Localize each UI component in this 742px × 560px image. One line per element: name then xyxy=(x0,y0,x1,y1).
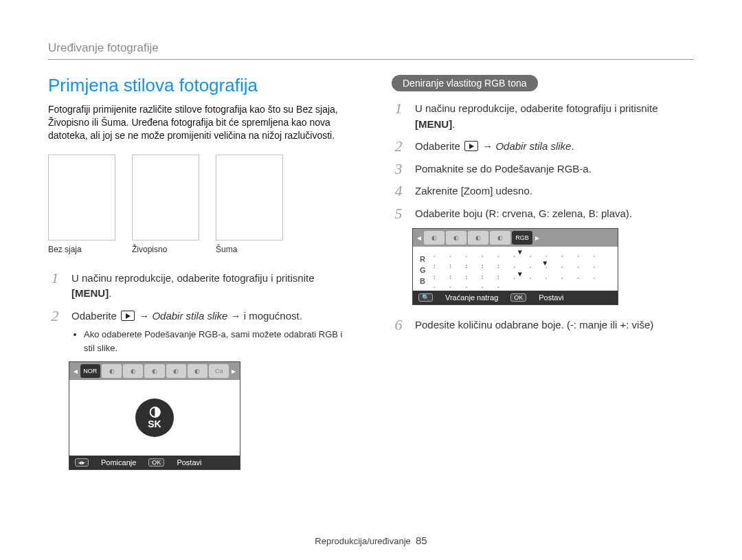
right-column: Deniranje vlastitog RGB tona 1 U načinu … xyxy=(392,75,694,470)
rgb-sliders: R . . . . . . . . . . . . . . . .▼ G . .… xyxy=(413,247,618,291)
section-title: Primjena stilova fotografija xyxy=(48,75,350,96)
step-text: U načinu reprodukcije, odaberite fotogra… xyxy=(71,272,315,284)
step-2: 2 Odaberite → Odabir stila slike. xyxy=(392,139,694,155)
step-text: Odaberite boju (R: crvena, G: zelena, B:… xyxy=(415,206,694,222)
style-chip: ◐ xyxy=(468,231,488,245)
breadcrumb: Uređivanje fotografije xyxy=(48,41,694,60)
step-text: Zakrenite [Zoom] udesno. xyxy=(415,183,694,199)
step-number: 1 xyxy=(48,271,62,286)
step-text: . xyxy=(109,287,111,299)
step-6: 6 Podesite količinu odabrane boje. (-: m… xyxy=(392,317,694,333)
thumb-label: Bez sjaja xyxy=(48,245,115,254)
step-text: Odaberite xyxy=(71,310,120,322)
step-2: 2 Odaberite → Odabir stila slike → i mog… xyxy=(48,309,350,355)
rgb-cursor: ▼ xyxy=(518,270,526,278)
thumb-label: Živopisno xyxy=(132,245,199,254)
arrows-key: ◂▸ xyxy=(75,458,89,467)
step-text: . xyxy=(571,140,574,152)
rgb-strip: ◂ ◐ ◐ ◐ ◐ RGB ▸ xyxy=(413,229,618,247)
next-icon: ▸ xyxy=(230,366,237,376)
footer-label: Postavi xyxy=(177,458,201,467)
step-bullet: Ako odaberete Podešavanje RGB-a, sami mo… xyxy=(84,328,350,355)
step-5: 5 Odaberite boju (R: crvena, G: zelena, … xyxy=(392,206,694,222)
ok-key: OK xyxy=(148,458,164,467)
ui-footer: 🔍 Vraćanje natrag OK Postavi xyxy=(413,291,618,304)
thumb-label: Šuma xyxy=(216,245,283,254)
style-chip: ◐ xyxy=(424,231,445,245)
step-text: Odaberite xyxy=(415,140,463,152)
style-chip: NOR xyxy=(80,364,100,378)
style-chip: ◐ xyxy=(188,364,207,378)
palette-badge: SK xyxy=(135,399,174,437)
step-1: 1 U načinu reprodukcije, odaberite fotog… xyxy=(392,101,694,132)
page-footer: Reprodukcija/uređivanje 85 xyxy=(0,535,742,546)
step-text: → i mogućnost. xyxy=(231,310,302,322)
thumb-labels: Bez sjaja Živopisno Šuma xyxy=(48,245,350,254)
step-3: 3 Pomaknite se do Podešavanje RGB-a. xyxy=(392,161,694,177)
step-text: U načinu reprodukcije, odaberite fotogra… xyxy=(415,102,658,114)
step-text: → xyxy=(139,310,152,322)
footer-section: Reprodukcija/uređivanje xyxy=(315,536,410,546)
footer-label: Vraćanje natrag xyxy=(445,293,498,302)
step-1: 1 U načinu reprodukcije, odaberite fotog… xyxy=(48,271,350,302)
page-number: 85 xyxy=(416,535,427,546)
playback-icon xyxy=(464,141,478,151)
step-number: 2 xyxy=(48,309,62,324)
footer-label: Postavi xyxy=(539,293,563,302)
style-chip: Co xyxy=(209,364,229,378)
style-chip: ◐ xyxy=(144,364,164,378)
step-number: 6 xyxy=(392,317,405,333)
step-text: . xyxy=(452,118,455,130)
thumb-soft xyxy=(48,155,115,240)
style-ui-panel: ◂ NOR ◐ ◐ ◐ ◐ ◐ Co ▸ SK ◂▸ Pom xyxy=(69,361,240,470)
zoom-key: 🔍 xyxy=(418,293,433,302)
style-preview: SK xyxy=(69,380,240,456)
step-text: → xyxy=(482,140,495,152)
style-strip: ◂ NOR ◐ ◐ ◐ ◐ ◐ Co ▸ xyxy=(69,362,240,380)
intro-paragraph: Fotografiji primijenite različite stilov… xyxy=(48,103,350,142)
left-column: Primjena stilova fotografija Fotografiji… xyxy=(48,75,350,470)
menu-key: [MENU] xyxy=(71,287,109,299)
thumb-forest xyxy=(216,155,283,240)
step-4: 4 Zakrenite [Zoom] udesno. xyxy=(392,183,694,199)
prev-icon: ◂ xyxy=(416,233,423,243)
ui-footer: ◂▸ Pomicanje OK Postavi xyxy=(69,456,240,469)
playback-icon xyxy=(121,311,135,321)
style-chip: ◐ xyxy=(490,231,510,245)
subheading: Deniranje vlastitog RGB tona xyxy=(392,75,538,91)
prev-icon: ◂ xyxy=(72,366,79,376)
style-chip: ◐ xyxy=(446,231,466,245)
rgb-row-b: B . . . . . . . . . . . . . . . .▼ xyxy=(420,276,611,287)
step-number: 5 xyxy=(392,206,405,221)
step-number: 4 xyxy=(392,183,405,199)
style-chip-rgb: RGB xyxy=(512,231,532,245)
step-link: Odabir stila slike xyxy=(495,140,571,152)
step-text: Podesite količinu odabrane boje. (-: man… xyxy=(415,317,694,333)
step-number: 3 xyxy=(392,161,405,177)
style-chip: ◐ xyxy=(123,364,143,378)
step-number: 2 xyxy=(392,139,405,154)
step-number: 1 xyxy=(392,101,405,116)
menu-key: [MENU] xyxy=(415,118,452,130)
next-icon: ▸ xyxy=(534,233,541,243)
footer-label: Pomicanje xyxy=(101,458,136,467)
ok-key: OK xyxy=(510,293,526,302)
style-chip: ◐ xyxy=(166,364,186,378)
step-text: Pomaknite se do Podešavanje RGB-a. xyxy=(415,161,694,177)
style-chip: ◐ xyxy=(102,364,122,378)
rgb-cursor: ▼ xyxy=(518,248,526,256)
rgb-ui-panel: ◂ ◐ ◐ ◐ ◐ RGB ▸ R . . . . . . . . . . . … xyxy=(412,228,618,305)
style-thumbnails xyxy=(48,155,350,240)
rgb-cursor: ▼ xyxy=(543,259,550,267)
thumb-vivid xyxy=(132,155,199,240)
step-link: Odabir stila slike xyxy=(152,310,227,322)
